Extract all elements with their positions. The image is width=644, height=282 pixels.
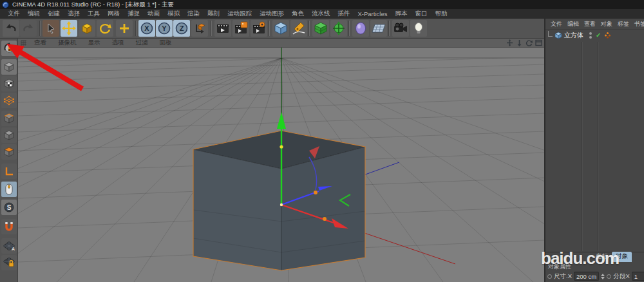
menu-tools[interactable]: 工具 <box>84 10 104 18</box>
menu-render[interactable]: 渲染 <box>184 10 204 18</box>
menu-pipeline[interactable]: 流水线 <box>308 10 334 18</box>
add-environment-button[interactable] <box>352 20 369 37</box>
edit-render-settings-button[interactable] <box>251 20 267 37</box>
enable-snap-button[interactable] <box>1 219 17 234</box>
redo-button[interactable] <box>20 20 37 37</box>
menu-help[interactable]: 帮助 <box>431 10 451 18</box>
svg-text:A: A <box>12 247 15 251</box>
dolly-view-icon[interactable] <box>516 39 523 46</box>
add-cube-primitive-button[interactable] <box>272 20 289 37</box>
menu-file[interactable]: 文件 <box>4 10 24 18</box>
om-menu-file[interactable]: 文件 <box>549 20 564 28</box>
viewport-menu-bar: 查看 摄像机 显示 选项 过滤 面板 <box>18 39 544 48</box>
menu-mograph[interactable]: 运动图形 <box>256 10 288 18</box>
z-handle-dot[interactable] <box>314 191 317 194</box>
menu-sculpt[interactable]: 雕刻 <box>204 10 223 18</box>
menu-create[interactable]: 创建 <box>44 10 64 18</box>
y-handle-dot[interactable] <box>279 145 283 148</box>
edge-mode-button[interactable] <box>1 111 17 126</box>
undo-button[interactable] <box>3 20 19 37</box>
om-menu-bookmarks[interactable]: 书签 <box>632 20 644 28</box>
last-used-tool-button[interactable] <box>116 20 133 37</box>
menu-select[interactable]: 选择 <box>64 10 84 18</box>
viewport-menu-display[interactable]: 显示 <box>82 39 106 47</box>
om-menu-edit[interactable]: 编辑 <box>565 20 581 28</box>
rotate-tool-button[interactable] <box>97 20 113 37</box>
point-mode-button[interactable] <box>1 93 17 108</box>
tab-object[interactable]: 对象 <box>612 252 632 262</box>
texture-mode-button[interactable] <box>1 76 17 91</box>
keyframe-circle-icon[interactable] <box>547 274 552 279</box>
make-editable-button[interactable] <box>1 41 17 56</box>
snap-tool-button[interactable]: S <box>1 200 17 215</box>
rotate-view-icon[interactable] <box>526 39 533 46</box>
viewport-menu-filter[interactable]: 过滤 <box>130 39 154 47</box>
phong-tag-icon[interactable] <box>604 32 611 39</box>
lock-y-axis-button[interactable]: Y <box>156 20 173 37</box>
title-bar: CINEMA 4D R18.011 Studio (RC - R18) - [未… <box>0 0 644 9</box>
om-menu-view[interactable]: 查看 <box>582 20 598 28</box>
scale-tool-button[interactable] <box>79 20 95 37</box>
menu-xparticles[interactable]: X-Particles <box>354 10 392 17</box>
size-x-label: 尺寸.X <box>554 272 572 281</box>
om-menu-objects[interactable]: 对象 <box>599 20 614 28</box>
size-x-input[interactable]: 200 cm <box>574 272 599 281</box>
add-camera-button[interactable] <box>392 20 409 37</box>
menu-edit[interactable]: 编辑 <box>24 10 44 18</box>
enable-checkmark[interactable]: ✓ <box>596 32 601 39</box>
viewport-menu-cameras[interactable]: 摄像机 <box>52 39 82 47</box>
object-manager-menu: 文件 编辑 查看 对象 标签 书签 <box>545 19 644 30</box>
live-selection-button[interactable] <box>43 20 59 37</box>
lock-x-axis-button[interactable]: X <box>138 20 155 37</box>
scene-canvas[interactable] <box>18 48 544 282</box>
add-floor-button[interactable] <box>370 20 387 37</box>
workplane-mode-button[interactable]: A <box>1 238 17 254</box>
model-mode-button[interactable] <box>1 59 17 75</box>
visibility-toggle-icons[interactable] <box>589 32 592 39</box>
menu-snap[interactable]: 捕捉 <box>124 10 144 18</box>
attribute-row: 尺寸.X 200 cm 分段X 1 <box>545 270 644 282</box>
polygon-mode-button[interactable] <box>1 127 17 143</box>
object-name[interactable]: 立方体 <box>564 31 583 40</box>
menu-script[interactable]: 脚本 <box>391 10 411 18</box>
viewport-menu-view[interactable]: 查看 <box>28 39 52 47</box>
menu-motion-tracker[interactable]: 运动跟踪 <box>223 10 256 18</box>
enable-axis-button[interactable] <box>1 164 17 179</box>
coordinate-system-button[interactable] <box>191 20 208 37</box>
keyframe-circle-icon[interactable] <box>607 274 611 279</box>
x-handle-dot[interactable] <box>323 217 327 221</box>
viewport-grid-icon[interactable] <box>21 40 27 46</box>
menu-simulate[interactable]: 模拟 <box>164 10 184 18</box>
polygon-selection-button[interactable] <box>1 144 17 160</box>
menu-mesh[interactable]: 网格 <box>104 10 124 18</box>
move-tool-button[interactable] <box>61 20 77 37</box>
viewport-menu-panel[interactable]: 面板 <box>154 39 178 47</box>
add-light-button[interactable] <box>410 20 427 37</box>
viewport-perspective[interactable]: 查看 摄像机 显示 选项 过滤 面板 透视视图 <box>18 39 544 282</box>
render-view-button[interactable] <box>214 20 231 37</box>
viewport-solo-button[interactable] <box>1 182 17 197</box>
tab-coordinates[interactable]: 坐标 <box>592 252 612 262</box>
cinema4d-window: CINEMA 4D R18.011 Studio (RC - R18) - [未… <box>0 0 644 282</box>
menu-character[interactable]: 角色 <box>288 10 308 18</box>
pan-view-icon[interactable] <box>506 39 513 46</box>
tree-branch <box>548 31 553 37</box>
gizmo-origin-dot[interactable] <box>280 203 283 206</box>
add-subdivision-surface-button[interactable] <box>312 20 329 37</box>
menu-plugins[interactable]: 插件 <box>334 10 354 18</box>
segments-x-input[interactable]: 1 <box>632 272 644 281</box>
menu-animate[interactable]: 动画 <box>144 10 164 18</box>
svg-text:Y: Y <box>162 24 167 32</box>
add-deformer-button[interactable] <box>330 20 347 37</box>
om-menu-tags[interactable]: 标签 <box>616 20 631 28</box>
object-row-cube[interactable]: 立方体 ✓ <box>545 30 644 41</box>
lock-workplane-button[interactable] <box>1 255 17 270</box>
attribute-tabs: 坐标 对象 <box>545 252 644 262</box>
toggle-panel-icon[interactable] <box>535 39 542 46</box>
lock-z-axis-button[interactable]: Z <box>173 20 190 37</box>
size-x-spinner[interactable] <box>601 274 605 279</box>
menu-window[interactable]: 窗口 <box>411 10 431 18</box>
viewport-menu-options[interactable]: 选项 <box>106 39 130 47</box>
render-to-picture-viewer-button[interactable] <box>232 20 249 37</box>
draw-spline-pen-button[interactable] <box>290 20 307 37</box>
